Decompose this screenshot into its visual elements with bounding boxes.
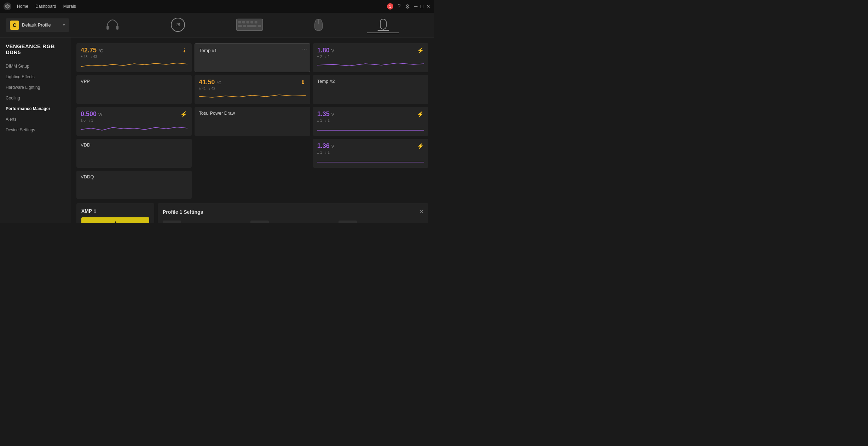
power-icon: ⚡ xyxy=(180,111,187,118)
setting-vdd-vddq-label: VDD / VDDQ xyxy=(272,223,335,223)
svg-rect-11 xyxy=(243,25,246,27)
settings-grid: 1.800 VPP 1.350 VDD / VDDQ 6,000 Speed (… xyxy=(163,221,423,223)
sidebar-item-performance-manager[interactable]: Performance Manager xyxy=(0,103,71,114)
device-headset[interactable] xyxy=(98,17,127,33)
help-icon[interactable]: ? xyxy=(398,3,401,10)
titlebar: Home Dashboard Murals 1 ? ⚙ ─ □ ✕ xyxy=(0,0,434,13)
sidebar: VENGEANCE RGB DDR5 DIMM Setup Lighting E… xyxy=(0,38,71,223)
vpp-value: 1.80 xyxy=(317,47,330,54)
sidebar-item-alerts[interactable]: Alerts xyxy=(0,114,71,125)
device-timer[interactable]: 28 xyxy=(164,16,192,34)
svg-rect-2 xyxy=(106,26,109,30)
sidebar-item-cooling[interactable]: Cooling xyxy=(0,93,71,103)
profile-settings-panel: Profile 1 Settings × 1.800 VPP 1.350 VDD… xyxy=(158,203,428,223)
profilebar: C Default Profile ▾ 28 xyxy=(0,13,434,38)
xmp-add-button[interactable]: + xyxy=(81,217,149,223)
panel-close-button[interactable]: × xyxy=(419,208,423,216)
minimize-button[interactable]: ─ xyxy=(414,4,418,9)
sensor-card-temp2: 41.50 °C 🌡 ± 41 ↓ 42 xyxy=(195,75,310,104)
vddq-minmax: ± 1 ↓ 1 xyxy=(317,150,424,154)
vdd-unit: V xyxy=(331,112,334,117)
svg-rect-8 xyxy=(250,21,253,23)
vddq-value: 1.36 xyxy=(317,142,330,150)
sensor-grid: 42.75 °C 🌡 ± 43 ↓ 43 Temp xyxy=(76,43,428,199)
temp2-unit: °C xyxy=(216,80,221,85)
svg-rect-5 xyxy=(238,21,241,23)
vddq-chart xyxy=(317,156,424,164)
setting-vdd-vddq-value: 1.350 xyxy=(250,221,269,223)
device-icons-bar: 28 xyxy=(69,16,428,34)
power-value: 0.500 xyxy=(81,110,97,118)
temp1-value: 42.75 xyxy=(81,47,97,54)
sensor-card-temp1-label: Temp #1 ⋯ xyxy=(195,43,310,72)
svg-rect-6 xyxy=(242,21,245,23)
panel-header: Profile 1 Settings × xyxy=(163,208,423,216)
setting-vpp: 1.800 VPP xyxy=(163,221,248,223)
xmp-title: XMP xyxy=(81,208,92,214)
app-logo xyxy=(4,2,11,10)
temp1-chart xyxy=(81,60,187,69)
vpp-icon: ⚡ xyxy=(417,47,424,54)
vpp-label: VPP xyxy=(81,79,90,84)
vpp-chart xyxy=(317,60,424,69)
setting-vpp-value: 1.800 xyxy=(163,221,181,223)
temp2-minmax: ± 41 ↓ 42 xyxy=(199,87,306,91)
sensor-card-temp2-label: Temp #2 xyxy=(313,75,428,104)
power-minmax: ± 0 ↓ 1 xyxy=(81,119,187,122)
gear-icon[interactable]: ⚙ xyxy=(405,3,410,10)
close-button[interactable]: ✕ xyxy=(426,4,430,9)
nav-murals[interactable]: Murals xyxy=(63,4,76,9)
vpp-unit: V xyxy=(331,48,334,53)
vdd-value: 1.35 xyxy=(317,110,330,118)
titlebar-right: 1 ? ⚙ ─ □ ✕ xyxy=(387,3,430,10)
power-label: Total Power Draw xyxy=(199,110,235,116)
sensor-card-vpp-label: VPP xyxy=(76,75,192,104)
notification-badge[interactable]: 1 xyxy=(387,3,393,10)
sidebar-item-device-settings[interactable]: Device Settings xyxy=(0,125,71,135)
vddq-label: VDDQ xyxy=(81,174,94,179)
vdd-chart xyxy=(317,124,424,132)
profile-selector[interactable]: C Default Profile ▾ xyxy=(6,18,69,32)
svg-rect-9 xyxy=(255,21,257,23)
temp2-icon: 🌡 xyxy=(300,79,306,86)
svg-rect-12 xyxy=(247,25,256,27)
vddq-unit: V xyxy=(331,144,334,149)
sensor-card-vpp: 1.80 V ⚡ ± 2 ↓ 2 xyxy=(313,43,428,72)
xmp-info-icon[interactable]: ℹ xyxy=(94,208,96,214)
svg-rect-3 xyxy=(116,26,118,30)
vdd-icon: ⚡ xyxy=(417,111,424,118)
device-keyboard[interactable] xyxy=(229,17,270,33)
xmp-header: XMP ℹ xyxy=(81,208,149,214)
window-controls: ─ □ ✕ xyxy=(414,4,430,9)
sensor-card-vddq-label: VDDQ xyxy=(76,171,192,199)
nav-home[interactable]: Home xyxy=(17,4,28,9)
vdd-label: VDD xyxy=(81,142,90,148)
svg-rect-13 xyxy=(258,25,261,27)
power-unit: W xyxy=(98,112,102,117)
temp1-unit: °C xyxy=(98,48,103,53)
svg-rect-7 xyxy=(246,21,249,23)
device-headset-stand[interactable] xyxy=(367,17,399,33)
main-layout: VENGEANCE RGB DDR5 DIMM Setup Lighting E… xyxy=(0,38,434,223)
maximize-button[interactable]: □ xyxy=(421,4,423,9)
sensor-card-power: 0.500 W ⚡ ± 0 ↓ 1 xyxy=(76,107,192,136)
sidebar-item-hardware-lighting[interactable]: Hardware Lighting xyxy=(0,82,71,93)
page-title: VENGEANCE RGB DDR5 xyxy=(0,43,71,61)
bottom-area: XMP ℹ + Profile 1 ⋯ Profile 1 Settings × xyxy=(76,203,428,223)
sidebar-item-lighting-effects[interactable]: Lighting Effects xyxy=(0,72,71,82)
nav-dashboard[interactable]: Dashboard xyxy=(35,4,56,9)
svg-rect-15 xyxy=(380,19,386,29)
sidebar-item-dimm-setup[interactable]: DIMM Setup xyxy=(0,61,71,72)
panel-title: Profile 1 Settings xyxy=(163,209,203,215)
sensor-card-vddq: 1.36 V ⚡ ± 1 ↓ 1 xyxy=(313,139,428,168)
device-mouse[interactable] xyxy=(307,17,330,33)
setting-speed: 6,000 Speed (MT/s) xyxy=(338,221,423,223)
profile-dropdown-icon: ▾ xyxy=(63,23,65,27)
setting-speed-label: Speed (MT/s) xyxy=(360,223,423,223)
setting-vdd-vddq: 1.350 VDD / VDDQ xyxy=(250,221,335,223)
profile-icon: C xyxy=(10,21,19,30)
temp1-more-icon[interactable]: ⋯ xyxy=(302,46,307,52)
temp1-label: Temp #1 xyxy=(199,48,217,53)
vpp-minmax: ± 2 ↓ 2 xyxy=(317,55,424,59)
sensor-card-temp1: 42.75 °C 🌡 ± 43 ↓ 43 xyxy=(76,43,192,72)
